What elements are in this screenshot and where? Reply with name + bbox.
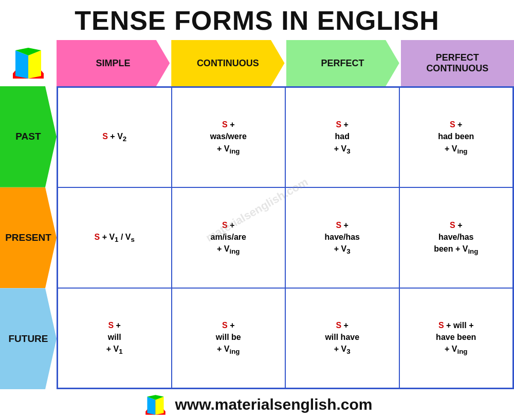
cell-future-continuous: S +will be+ Ving [172,288,286,388]
footer-url: www.materialsenglish.com [175,396,372,413]
tense-label-future: FUTURE [0,288,57,389]
cell-future-perfect-continuous: S + will +have been+ Ving [399,288,513,388]
cell-future-perfect: S +will have+ V3 [285,288,399,388]
header-arrows: SIMPLE CONTINUOUS PERFECT PERFECTCONTINU… [57,40,514,86]
tense-label-past: PAST [0,86,57,187]
cell-present-perfect-continuous: S +have/hasbeen + Ving [399,187,513,288]
header-continuous: CONTINUOUS [171,40,284,86]
cell-past-continuous: S +was/were+ Ving [172,87,286,187]
page-title: TENSE FORMS IN ENGLISH [0,0,514,40]
tense-grid: S + V2 S +was/were+ Ving S +had+ V3 S +h… [57,86,514,389]
cell-past-simple: S + V2 [58,87,172,187]
logo-icon: materialsenglish.com [8,45,49,81]
header-simple: SIMPLE [57,40,170,86]
page-layout: TENSE FORMS IN ENGLISH materialsenglish.… [0,0,514,420]
cell-present-perfect: S +have/has+ V3 [285,187,399,288]
header-perfect: PERFECT [286,40,399,86]
logo-spacer: materialsenglish.com [0,40,57,86]
header-perfect-continuous: PERFECTCONTINUOUS [401,40,514,86]
body-section: PAST PRESENT FUTURE S + V2 S +was/were+ … [0,86,514,389]
footer-logo-icon [141,393,170,416]
cell-present-continuous: S +am/is/are+ Ving [172,187,286,288]
cell-future-simple: S +will+ V1 [58,288,172,388]
tense-labels: PAST PRESENT FUTURE [0,86,57,389]
cell-present-simple: S + V1 / Vs [58,187,172,288]
footer: www.materialsenglish.com [0,389,514,420]
header-row: materialsenglish.com SIMPLE CONTINUOUS P… [0,40,514,86]
cell-past-perfect-continuous: S +had been+ Ving [399,87,513,187]
cell-past-perfect: S +had+ V3 [285,87,399,187]
tense-label-present: PRESENT [0,187,57,289]
